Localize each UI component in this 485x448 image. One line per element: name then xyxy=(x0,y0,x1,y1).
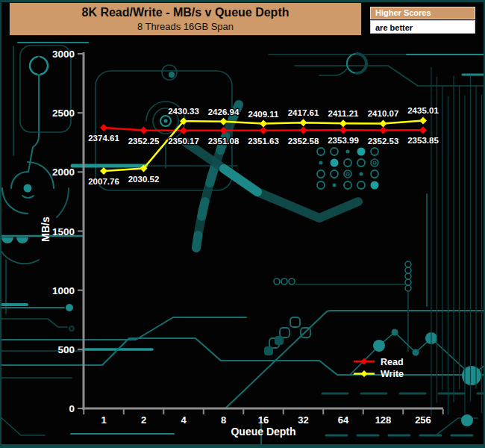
data-label: 2007.76 xyxy=(88,177,119,186)
y-tick-label: 500 xyxy=(57,344,75,355)
data-label: 2411.21 xyxy=(328,109,360,118)
frame-left xyxy=(0,0,1,448)
x-tick-label: 4 xyxy=(181,414,187,426)
marker-read xyxy=(380,127,387,134)
marker-read xyxy=(180,127,187,134)
x-tick-label: 8 xyxy=(221,414,226,426)
title-banner: 8K Read/Write - MB/s v Queue Depth 8 Thr… xyxy=(9,2,362,36)
data-label: 2426.94 xyxy=(208,108,240,116)
marker-read xyxy=(140,127,148,134)
marker-read xyxy=(419,126,427,134)
y-tick-label: 2000 xyxy=(52,167,75,178)
x-tick-label: 16 xyxy=(258,414,269,426)
data-label: 2353.85 xyxy=(407,136,439,145)
x-tick-label: 32 xyxy=(298,414,308,426)
x-tick-label: 128 xyxy=(375,414,392,426)
marker-write xyxy=(380,119,387,127)
x-tick-label: 64 xyxy=(338,414,349,426)
marker-read xyxy=(100,124,107,131)
chart-subtitle: 8 Threads 16GB Span xyxy=(10,20,361,34)
marker-write xyxy=(340,119,347,127)
frame-bottom xyxy=(0,444,485,448)
marker-write xyxy=(419,116,427,124)
data-label: 2350.17 xyxy=(168,137,199,146)
data-label: 2352.25 xyxy=(128,137,160,146)
chart-title: 8K Read/Write - MB/s v Queue Depth xyxy=(10,3,361,20)
data-label: 2351.08 xyxy=(208,137,240,146)
data-label: 2409.11 xyxy=(248,110,280,119)
y-tick-label: 1500 xyxy=(52,226,75,237)
y-axis-title: MB/s xyxy=(40,217,51,242)
data-label: 2352.58 xyxy=(288,137,319,146)
x-tick-label: 2 xyxy=(141,414,146,426)
legend: ReadWrite xyxy=(354,357,404,380)
legend-label-read: Read xyxy=(381,357,404,367)
data-label: 2417.61 xyxy=(288,108,319,117)
higher-scores-callout: Higher Scores are better xyxy=(370,7,475,34)
y-tick-label: 0 xyxy=(69,403,75,414)
legend-label-write: Write xyxy=(381,369,404,379)
callout-line2: are better xyxy=(370,20,475,34)
y-tick-label: 3000 xyxy=(52,49,75,60)
marker-read xyxy=(300,127,307,134)
legend-marker-read xyxy=(361,358,368,365)
data-label: 2435.01 xyxy=(407,106,439,115)
marker-read xyxy=(260,127,267,134)
data-label: 2351.63 xyxy=(248,137,279,146)
data-labels: 2374.612352.252350.172351.082351.632352.… xyxy=(88,106,439,186)
callout-line1: Higher Scores xyxy=(370,7,475,19)
y-tick-label: 2500 xyxy=(52,108,75,119)
y-tick-label: 1000 xyxy=(52,285,75,296)
x-tick-label: 256 xyxy=(415,414,431,426)
series xyxy=(100,116,427,175)
legend-marker-write xyxy=(361,370,368,377)
marker-write xyxy=(260,120,267,128)
marker-write xyxy=(220,118,228,125)
marker-read xyxy=(340,126,347,134)
data-label: 2430.33 xyxy=(168,107,199,116)
marker-read xyxy=(220,127,228,134)
line-chart: 0500100015002000250030001248163264128256… xyxy=(0,0,485,448)
data-label: 2374.61 xyxy=(88,134,119,143)
data-label: 2410.07 xyxy=(368,109,399,118)
marker-write xyxy=(300,119,307,126)
data-label: 2030.52 xyxy=(128,175,160,184)
data-label: 2353.99 xyxy=(328,136,359,145)
x-tick-label: 1 xyxy=(101,414,106,426)
marker-write xyxy=(100,167,107,175)
x-axis-title: Queue Depth xyxy=(231,426,295,438)
data-label: 2352.53 xyxy=(368,137,399,146)
